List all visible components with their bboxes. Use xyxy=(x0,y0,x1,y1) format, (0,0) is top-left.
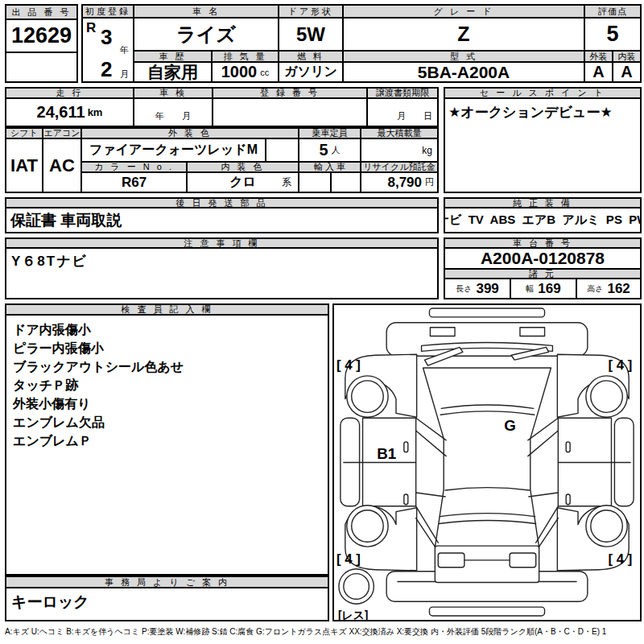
equipment-value: ナビ TV ABS エアB アルミ PS PW xyxy=(444,207,642,233)
wheel-rear-left xyxy=(347,506,388,547)
registration-number-value xyxy=(212,97,368,127)
tail-light-right xyxy=(510,553,536,568)
chassis-number-value: A200A-0120878 xyxy=(444,247,642,270)
tire-depth-front-left: [ 4 ] xyxy=(336,357,361,373)
inspector-note: ピラー内張傷小 xyxy=(13,339,321,357)
mileage-value: 24,611km xyxy=(5,97,134,127)
inspection-value: 年 月 xyxy=(133,97,213,127)
exterior-color-value: ファイアークォーツレッドM xyxy=(80,138,266,163)
reg-year: 3 xyxy=(101,25,112,50)
auction-sheet: 出 品 番 号 12629 初度登録 R 3 年 2 月 車 名 ライズ 車 歴… xyxy=(0,0,644,644)
right-rear-door-handle xyxy=(566,494,570,505)
exterior-grade-value: A xyxy=(584,61,613,83)
car-history-value: 自家用 xyxy=(133,61,213,83)
import-car-value xyxy=(298,171,361,193)
aircon-value: AC xyxy=(42,138,82,193)
grade-value: Z xyxy=(342,17,585,52)
displacement-value: 1000cc xyxy=(211,61,279,83)
front-light-right xyxy=(520,328,545,336)
damage-diagram-box: [ 4 ] [ 4 ] [ 4 ] [ 4 ] [レス] G B1 xyxy=(332,303,642,621)
month-unit: 月 xyxy=(120,68,129,80)
car-damage-diagram: [ 4 ] [ 4 ] [ 4 ] [ 4 ] [レス] G B1 xyxy=(334,305,640,620)
capacity-value: 5人 xyxy=(298,138,361,163)
reg-month: 2 xyxy=(101,57,112,82)
spare-tire-label: [レス] xyxy=(338,609,368,620)
wheel-front-right xyxy=(586,376,627,417)
inspector-note: エンブレム欠品 xyxy=(13,413,321,431)
left-rear-door-handle xyxy=(404,494,408,505)
front-bumper xyxy=(386,323,588,356)
era-letter: R xyxy=(86,20,96,36)
door-shape-value: 5W xyxy=(278,17,344,52)
wheel-rear-right xyxy=(586,506,627,547)
interior-color-value: クロ 系 xyxy=(186,171,299,193)
right-front-door-handle xyxy=(566,442,570,452)
interior-grade-value: A xyxy=(612,61,642,83)
later-parts-value: 保証書 車両取説 xyxy=(5,207,439,233)
lot-number-value: 12629 xyxy=(5,19,78,53)
model-code-value: 5BA-A200A xyxy=(342,61,585,83)
tail-light-left xyxy=(438,553,464,568)
tire-depth-front-right: [ 4 ] xyxy=(609,357,633,373)
roof-strip-rear xyxy=(429,607,544,616)
fuel-value: ガソリン xyxy=(278,61,344,83)
inspector-note: エンブレムＰ xyxy=(13,431,321,450)
damage-mark-door: B1 xyxy=(377,445,396,462)
score-value: 5 xyxy=(584,17,642,52)
shift-value: IAT xyxy=(5,138,43,193)
inspector-note: タッチＰ跡 xyxy=(13,376,321,394)
first-registration-value: R 3 年 2 月 xyxy=(81,17,134,83)
damage-code-legend: A:キズ U:ヘコミ B:キズを伴うヘコミ P:要塗装 W:補修跡 S:錆 C:… xyxy=(5,626,642,638)
car-name-value: ライズ xyxy=(133,17,279,52)
exterior-color-empty-cell xyxy=(265,138,299,163)
inspector-note: ブラックアウトシール色あせ xyxy=(13,357,321,376)
wheel-front-left xyxy=(347,376,388,417)
inspector-notes-body: ドア内張傷小 ピラー内張傷小 ブラックアウトシール色あせ タッチＰ跡 外装小傷有… xyxy=(5,314,329,576)
office-notice-value: キーロック xyxy=(5,587,329,621)
damage-mark-glass: G xyxy=(504,417,516,434)
inspector-note: 外装小傷有り xyxy=(13,394,321,413)
sales-point-value: ★オークションデビュー★ xyxy=(444,97,642,193)
import-car-divider xyxy=(330,173,332,192)
front-light-left xyxy=(430,328,455,336)
interior-color-suffix: 系 xyxy=(282,175,291,189)
tire-depth-rear-right: [ 4 ] xyxy=(609,551,633,567)
max-load-value: kg xyxy=(360,138,439,163)
spec-length: 長さ399 xyxy=(444,278,511,299)
notes-value: Y６8Tナビ xyxy=(5,247,439,299)
year-unit: 年 xyxy=(120,44,129,56)
transfer-deadline-value: 月 日 xyxy=(366,97,439,127)
tire-depth-rear-left: [ 4 ] xyxy=(336,551,361,567)
spec-width: 幅169 xyxy=(510,278,577,299)
lot-number-header: 出 品 番 号 xyxy=(5,4,78,20)
spec-height: 高さ162 xyxy=(576,278,642,299)
left-front-door-handle xyxy=(404,442,408,452)
recycle-deposit-value: 8,790円 xyxy=(360,171,439,193)
roof-strip-front xyxy=(429,308,544,317)
inspector-note: ドア内張傷小 xyxy=(13,320,321,339)
color-no-value: R67 xyxy=(80,171,188,193)
lot-number-empty-cell xyxy=(5,52,78,83)
